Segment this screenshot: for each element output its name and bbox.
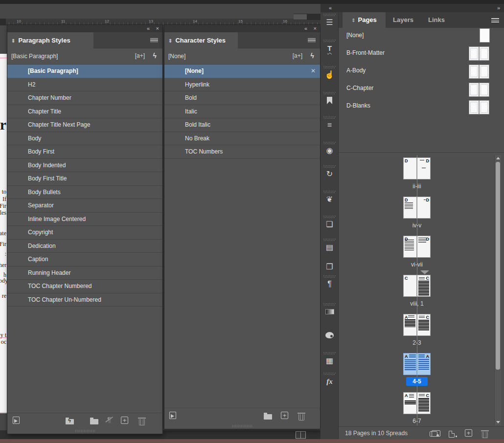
style-override-highlighter-icon[interactable]: ϟ	[153, 52, 157, 60]
spread-iv-v[interactable]: D D	[403, 197, 431, 219]
style-row[interactable]: Chapter Number	[7, 91, 162, 105]
spread-4-5-selected[interactable]: A A	[403, 353, 431, 375]
panel-menu-icon[interactable]	[491, 18, 499, 22]
style-row[interactable]: Body Indented	[7, 159, 162, 173]
style-row[interactable]: Body First	[7, 145, 162, 159]
dock-gripper[interactable]	[323, 116, 336, 119]
style-row[interactable]: Bold	[164, 91, 320, 105]
style-row[interactable]: Bold Italic	[164, 118, 320, 132]
panel-menu-icon[interactable]	[308, 38, 316, 43]
dock-gripper[interactable]	[323, 142, 336, 144]
master-page-name[interactable]: A-Body	[346, 67, 366, 74]
style-row[interactable]: TOC Chapter Numbered	[7, 280, 162, 293]
master-page-name[interactable]: B-Front-Matter	[346, 49, 385, 56]
dock-gripper[interactable]	[323, 165, 336, 168]
collapse-panel-icon[interactable]: «	[147, 25, 150, 32]
style-row[interactable]: Caption	[7, 253, 162, 266]
tab-paragraph-styles[interactable]: ⇕Paragraph Styles	[7, 32, 93, 48]
hand-gesture-icon[interactable]: ☝	[321, 69, 339, 81]
delete-page-icon[interactable]	[482, 432, 488, 438]
dock-gripper[interactable]	[323, 303, 336, 306]
style-row[interactable]: TOC Numbers	[164, 145, 320, 159]
new-spread-icon[interactable]	[465, 429, 472, 437]
effects-panel-icon[interactable]: fx	[321, 376, 339, 388]
clear-overrides-icon[interactable]: [a+]	[293, 52, 302, 59]
spread-label[interactable]: iv-v	[392, 222, 441, 229]
style-row[interactable]: Separator	[7, 199, 162, 213]
text-wrap-icon[interactable]: ◉	[321, 145, 339, 157]
scroll-down-icon[interactable]	[496, 421, 500, 423]
style-row[interactable]: Hyperlink	[164, 78, 320, 92]
dock-gripper[interactable]	[323, 352, 336, 354]
close-panel-icon[interactable]: ×	[156, 25, 159, 32]
style-group-overrides-icon[interactable]	[66, 419, 74, 424]
style-row[interactable]: [Basic Paragraph]	[7, 65, 162, 78]
bookmarks-icon[interactable]	[321, 95, 339, 107]
style-override-highlighter-icon[interactable]: ϟ	[311, 52, 314, 60]
panel-resize-grip[interactable]	[232, 425, 252, 427]
delete-style-icon[interactable]	[298, 414, 304, 421]
new-style-group-icon[interactable]	[90, 419, 98, 424]
dock-gripper[interactable]	[323, 373, 336, 375]
style-row[interactable]: Body Bullets	[7, 186, 162, 199]
spread-6-7[interactable]: A C	[403, 392, 431, 414]
spread-label[interactable]: vi-vii	[392, 261, 441, 268]
style-row[interactable]: Copyright	[7, 226, 162, 240]
style-row[interactable]: [None] ✕	[164, 65, 320, 78]
style-row[interactable]: H2	[7, 78, 162, 92]
paragraph-panel-icon[interactable]: ¶	[321, 279, 339, 290]
pages-scrollbar[interactable]	[494, 155, 501, 425]
expand-dock-icon[interactable]: »	[497, 5, 500, 11]
pages-scrollbar-thumb[interactable]	[496, 162, 500, 370]
style-row[interactable]: Italic	[164, 105, 320, 119]
spread-label[interactable]: ii-iii	[392, 183, 441, 190]
spread-vi-vii[interactable]: D D	[403, 236, 431, 258]
object-styles-icon[interactable]: ❏	[321, 219, 339, 231]
masters-pages-divider[interactable]	[339, 153, 504, 154]
master-page-name[interactable]: C-Chapter	[346, 85, 373, 91]
style-row[interactable]: Chapter Title Next Page	[7, 118, 162, 132]
tab-character-styles[interactable]: ⇕Character Styles	[164, 32, 238, 48]
spread-label[interactable]: 6-7	[392, 418, 441, 424]
dock-gripper[interactable]	[323, 92, 336, 94]
style-row[interactable]: Chapter Title	[7, 105, 162, 119]
style-row[interactable]: Body First Title	[7, 172, 162, 186]
tab-layers[interactable]: Layers	[386, 12, 421, 28]
spread-view-icon[interactable]	[296, 431, 306, 438]
dock-gripper[interactable]	[323, 66, 336, 68]
style-row[interactable]: Running Header	[7, 266, 162, 280]
edit-page-size-icon[interactable]	[430, 431, 437, 437]
delete-style-icon[interactable]	[139, 419, 145, 425]
align-panel-icon[interactable]: ▤	[321, 242, 339, 254]
gradient-panel-icon[interactable]	[321, 307, 339, 318]
swatches-panel-icon[interactable]: ▦	[321, 355, 339, 367]
dock-gripper[interactable]	[323, 216, 336, 218]
conditional-text-icon[interactable]: T	[321, 43, 339, 55]
panel-collapse-widget-icon[interactable]: ⇕	[11, 38, 15, 44]
new-page-icon[interactable]	[449, 431, 455, 438]
collapse-dock-icon[interactable]: «	[329, 5, 332, 11]
animation-panel-icon[interactable]: ❦	[321, 194, 339, 206]
dock-gripper[interactable]	[323, 14, 336, 16]
style-row[interactable]: Dedication	[7, 240, 162, 253]
master-page-name[interactable]: [None]	[346, 32, 364, 39]
new-style-group-icon[interactable]	[264, 414, 272, 420]
dock-gripper[interactable]	[323, 239, 336, 241]
tab-pages[interactable]: ⇕Pages	[343, 12, 386, 28]
selected-spread-badge[interactable]: 4-5	[406, 377, 428, 386]
load-styles-icon[interactable]	[169, 412, 176, 419]
dock-gripper[interactable]	[323, 275, 336, 278]
style-row[interactable]: Inline Image Centered	[7, 213, 162, 226]
spread-2-3[interactable]: A C	[403, 314, 431, 336]
clear-paragraph-overrides-icon[interactable]: ¶	[105, 415, 113, 424]
style-row[interactable]: TOC Chapter Un-Numbered	[7, 293, 162, 307]
master-page-thumbnail[interactable]	[480, 28, 491, 44]
close-panel-icon[interactable]: ×	[314, 25, 317, 32]
tab-links[interactable]: Links	[421, 12, 452, 28]
scroll-up-icon[interactable]	[496, 157, 500, 159]
master-spread-thumbnail[interactable]	[469, 100, 490, 115]
stroke-panel-icon[interactable]: ≡	[321, 120, 339, 132]
style-row[interactable]: No Break	[164, 132, 320, 146]
dock-gripper[interactable]	[323, 191, 336, 193]
section-start-marker[interactable]	[420, 270, 429, 274]
